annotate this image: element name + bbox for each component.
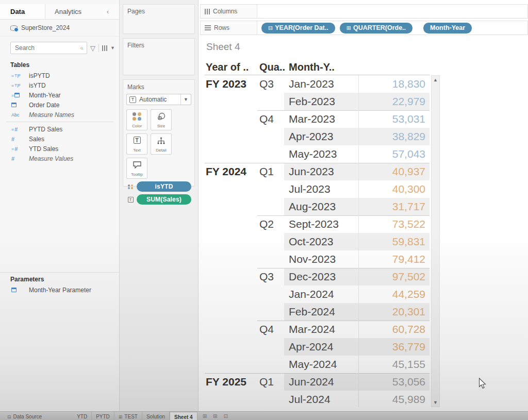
vertical-scrollbar[interactable]: ▲ ▼	[431, 75, 440, 407]
cell-month[interactable]: May-2024	[284, 356, 358, 373]
cell-month[interactable]: Jul-2024	[284, 391, 358, 407]
cell-month[interactable]: Jul-2023	[284, 180, 358, 198]
cell-month[interactable]: Nov-2023	[284, 250, 358, 268]
shelf-pill[interactable]: Month-Year	[423, 23, 472, 33]
collapse-pane-icon[interactable]: ‹	[107, 8, 119, 15]
field-item[interactable]: =T|F isYTD	[0, 80, 119, 90]
calc-number-icon: =#	[11, 126, 25, 132]
tab-sheet4[interactable]: Sheet 4	[170, 412, 197, 420]
field-item[interactable]: Abc Measure Names	[0, 110, 119, 120]
cell-value[interactable]: 31,717	[358, 198, 430, 215]
sheet-tab[interactable]: PYTD	[92, 412, 114, 420]
marks-pill[interactable]: isYTD	[137, 181, 191, 192]
view-options-icon[interactable]	[102, 45, 107, 51]
field-item[interactable]: Order Date	[0, 100, 119, 110]
cell-value[interactable]: 44,259	[358, 285, 430, 303]
field-item[interactable]: # Measure Values	[0, 154, 119, 163]
cell-month[interactable]: Aug-2023	[284, 198, 358, 215]
field-item[interactable]: =T|F isPYTD	[0, 71, 119, 80]
cell-value[interactable]: 57,043	[358, 145, 430, 163]
datasource-row[interactable]: SuperStore_2024	[0, 20, 119, 37]
cell-value[interactable]: 59,831	[358, 233, 430, 250]
tab-data-source[interactable]: ⊟ Data Source	[3, 412, 46, 420]
cell-value[interactable]: 97,502	[358, 268, 430, 285]
cell-value[interactable]: 60,728	[358, 321, 430, 338]
header-month[interactable]: Month-Y..	[284, 61, 358, 73]
field-item[interactable]: =# PYTD Sales	[0, 124, 119, 134]
header-quarter[interactable]: Qua..	[257, 61, 284, 73]
cell-value[interactable]: 40,937	[358, 163, 430, 180]
cell-value[interactable]: 53,031	[358, 110, 430, 128]
cell-value[interactable]: 22,979	[358, 93, 430, 110]
cell-month[interactable]: May-2023	[284, 145, 358, 163]
field-item[interactable]: = Month-Year	[0, 90, 119, 100]
field-item[interactable]: =# YTD Sales	[0, 144, 119, 154]
cell-month[interactable]: Feb-2024	[284, 303, 358, 321]
cell-month[interactable]: Feb-2023	[284, 93, 358, 110]
cell-value[interactable]: 38,829	[358, 128, 430, 145]
marks-pill[interactable]: SUM(Sales)	[137, 194, 191, 205]
cell-month[interactable]: Oct-2023	[284, 233, 358, 250]
worksheet-area: Columns Rows ⊟ YEAR(Order Dat.. ⊞ QUARTE…	[199, 0, 528, 411]
cell-value[interactable]: 18,830	[358, 75, 430, 93]
field-item[interactable]: Month-Year Parameter	[0, 285, 119, 295]
cell-year	[205, 338, 257, 356]
size-button[interactable]: Size	[151, 109, 172, 130]
tab-data[interactable]: Data	[0, 4, 45, 19]
table-row: FY 2023 Q3 Jan-2023 18,830	[205, 75, 430, 93]
cell-quarter: Q3	[257, 268, 284, 285]
abc-icon: Abc	[11, 112, 25, 117]
cell-value[interactable]: 36,779	[358, 338, 430, 356]
new-worksheet-icon[interactable]: ⊞	[203, 413, 207, 419]
cell-quarter	[257, 198, 284, 215]
text-table: Year of .. Qua.. Month-Y.. FY 2023 Q3 Ja…	[205, 60, 430, 407]
pages-shelf[interactable]: Pages	[123, 4, 195, 34]
columns-shelf[interactable]: Columns	[200, 4, 528, 19]
date-icon	[11, 288, 25, 292]
cell-value[interactable]: 79,412	[358, 250, 430, 268]
cell-month[interactable]: Mar-2023	[284, 110, 358, 128]
cell-month[interactable]: Apr-2023	[284, 128, 358, 145]
cell-value[interactable]: 45,989	[358, 391, 430, 407]
color-button[interactable]: Color	[126, 109, 147, 130]
scroll-down-icon[interactable]: ▼	[432, 400, 439, 405]
cell-month[interactable]: Jun-2024	[284, 373, 358, 391]
field-item[interactable]: # Sales	[0, 134, 119, 144]
new-story-icon[interactable]: ⊡	[223, 413, 227, 419]
cell-month[interactable]: Jan-2024	[284, 285, 358, 303]
mark-type-dropdown[interactable]: T Automatic ▼	[126, 94, 191, 105]
scroll-up-icon[interactable]: ▲	[432, 77, 439, 82]
cell-value[interactable]: 73,522	[358, 215, 430, 233]
text-button[interactable]: T Text	[126, 133, 147, 155]
cell-month[interactable]: Jan-2023	[284, 75, 358, 93]
cell-value[interactable]: 53,056	[358, 373, 430, 391]
shelf-pill[interactable]: ⊞ QUARTER(Orde..	[340, 23, 412, 33]
table-row: Apr-2024 36,779	[205, 338, 430, 356]
header-year[interactable]: Year of ..	[205, 61, 257, 73]
cell-value[interactable]: 20,301	[358, 303, 430, 321]
cell-value[interactable]: 45,155	[358, 356, 430, 373]
new-dashboard-icon[interactable]: ⊞	[213, 413, 217, 419]
cell-month[interactable]: Jun-2023	[284, 163, 358, 180]
sheet-tab[interactable]: YTD	[73, 412, 92, 420]
cell-month[interactable]: Mar-2024	[284, 321, 358, 338]
pill-expand-icon[interactable]: ⊟	[268, 25, 273, 31]
detail-button[interactable]: Detail	[151, 133, 172, 155]
tooltip-button[interactable]: Tooltip	[126, 158, 147, 179]
cell-month[interactable]: Apr-2024	[284, 338, 358, 356]
filter-funnel-icon[interactable]: ▽	[90, 44, 95, 52]
columns-shelf-fields[interactable]	[257, 5, 527, 18]
sheet-tab[interactable]: Solution	[142, 412, 170, 420]
dropdown-caret-icon[interactable]: ▼	[180, 94, 191, 105]
shelf-pill[interactable]: ⊟ YEAR(Order Dat..	[261, 23, 335, 33]
tab-analytics[interactable]: Analytics	[45, 8, 107, 15]
pill-expand-icon[interactable]: ⊞	[346, 25, 351, 31]
search-input[interactable]	[14, 44, 80, 52]
cell-value[interactable]: 40,300	[358, 180, 430, 198]
filters-shelf[interactable]: Filters	[123, 38, 195, 75]
sheet-tab[interactable]: ⊞ TEST	[114, 412, 142, 420]
view-options-caret-icon[interactable]: ▼	[110, 45, 115, 51]
cell-month[interactable]: Dec-2023	[284, 268, 358, 285]
rows-shelf[interactable]: Rows ⊟ YEAR(Order Dat.. ⊞ QUARTER(Orde..…	[200, 21, 528, 35]
cell-month[interactable]: Sept-2023	[284, 215, 358, 233]
